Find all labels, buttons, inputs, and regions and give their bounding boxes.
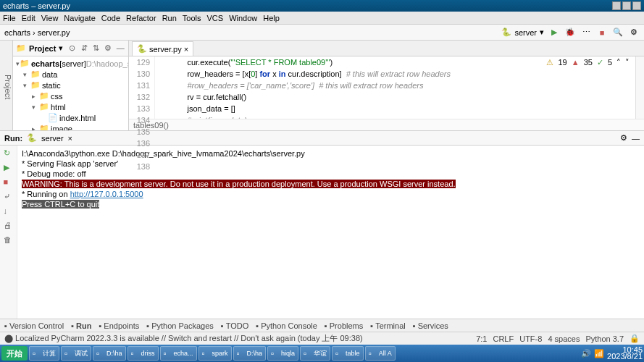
tree-item[interactable]: ▸📁css — [13, 90, 128, 101]
code-editor[interactable]: 129130131132133134135136137138 cur.execu… — [129, 56, 644, 119]
menu-run[interactable]: Run — [162, 14, 177, 22]
run-button[interactable]: ▶ — [548, 27, 560, 38]
menu-window[interactable]: Window — [229, 14, 257, 22]
taskbar-item[interactable]: ▫D:\ha — [93, 346, 126, 361]
menu-help[interactable]: Help — [263, 14, 280, 22]
error-stripe[interactable] — [635, 56, 644, 119]
tool-tab-python-console[interactable]: ▪Python Console — [256, 321, 317, 330]
inspection-widget[interactable]: ⚠19 ▲35 ✓5 ˄ ˅ — [546, 58, 630, 67]
tool-tab-todo[interactable]: ▪TODO — [221, 321, 248, 330]
stop-button[interactable]: ■ — [596, 27, 608, 38]
taskbar-item[interactable]: ▫D:\ha — [233, 346, 267, 361]
project-tree-panel: 📁 Project ▾ ⊙ ⇵ ⇅ ⚙ — ▾📁echarts [server]… — [13, 41, 129, 130]
breadcrumb-file[interactable]: server.py — [38, 28, 70, 37]
console-output[interactable]: I:\Anaconda3\python.exe D:\hadoop_spark_… — [17, 146, 644, 319]
tree-item[interactable]: 📄index.html — [13, 112, 128, 123]
editor-breadcrumb[interactable]: tables09() — [129, 119, 644, 130]
project-tree[interactable]: ▾📁echarts [server] D:\hadoop_spark_hive▾… — [13, 56, 128, 130]
menu-view[interactable]: View — [41, 14, 59, 22]
menu-refactor[interactable]: Refactor — [126, 14, 156, 22]
indent-info[interactable]: 4 spaces — [548, 334, 580, 343]
left-tool-stripe[interactable]: Project — [0, 41, 13, 130]
line-separator[interactable]: CRLF — [493, 334, 514, 343]
close-button[interactable] — [632, 1, 641, 10]
breadcrumb[interactable]: echarts › server.py — [4, 28, 70, 37]
tool-tab-services[interactable]: ▪Services — [413, 321, 448, 330]
console-line: Press CTRL+C to quit — [22, 199, 640, 209]
tool-tab-endpoints[interactable]: ▪Endpoints — [99, 321, 139, 330]
lock-icon[interactable]: 🔒 — [630, 334, 640, 343]
status-message[interactable]: ⬤ Localized PyCharm 2022.3.3 is availabl… — [4, 333, 363, 344]
start-button[interactable]: 开始 — [1, 346, 28, 361]
server-url-link[interactable]: http://127.0.0.1:5000 — [70, 190, 143, 198]
menu-file[interactable]: File — [3, 14, 16, 22]
hide-button[interactable]: — — [117, 43, 125, 54]
tree-item[interactable]: ▾📁data — [13, 69, 128, 80]
console-line: * Debug mode: off — [22, 169, 640, 179]
tree-item[interactable]: ▾📁static — [13, 80, 128, 90]
tray-icon[interactable]: 📶 — [594, 349, 604, 358]
caret-position[interactable]: 7:1 — [476, 334, 487, 343]
chevron-up-icon[interactable]: ˄ — [616, 58, 621, 67]
run-config-selector[interactable]: 🐍 server ▾ — [501, 28, 544, 37]
taskbar-item[interactable]: ▫driss — [127, 346, 159, 361]
taskbar-item[interactable]: ▫hiqla — [267, 346, 298, 361]
project-tool-button[interactable]: Project — [4, 75, 12, 99]
taskbar-item[interactable]: ▫table — [332, 346, 364, 361]
tool-tab-run[interactable]: ▪Run — [71, 321, 91, 330]
print-button[interactable]: 🖨 — [4, 221, 14, 231]
menu-code[interactable]: Code — [101, 14, 120, 22]
menu-vcs[interactable]: VCS — [207, 14, 224, 22]
folder-icon: 📁 — [16, 43, 26, 53]
run-config-name: server — [514, 28, 537, 37]
interpreter-info[interactable]: Python 3.7 — [585, 334, 624, 343]
settings-button[interactable]: ⚙ — [628, 27, 640, 38]
hide-button[interactable]: — — [632, 134, 640, 143]
menu-navigate[interactable]: Navigate — [64, 14, 95, 22]
tray-icon[interactable]: 🔊 — [581, 349, 591, 358]
editor-tab-server[interactable]: 🐍 server.py × — [132, 41, 193, 56]
settings-icon[interactable]: ⚙ — [620, 133, 627, 143]
expand-all-button[interactable]: ⇵ — [81, 43, 90, 54]
breadcrumb-root[interactable]: echarts — [4, 28, 30, 37]
tree-root[interactable]: ▾📁echarts [server] D:\hadoop_spark_hive — [13, 58, 128, 69]
tool-tab-version-control[interactable]: ▪Version Control — [4, 321, 64, 330]
select-opened-file-button[interactable]: ⊙ — [69, 43, 78, 54]
soft-wrap-button[interactable]: ⤶ — [4, 192, 14, 202]
stop-button[interactable]: ■ — [4, 177, 14, 188]
taskbar-item[interactable]: ▫echa... — [160, 346, 197, 361]
run-button[interactable]: ▶ — [4, 163, 14, 173]
file-encoding[interactable]: UTF-8 — [519, 334, 542, 343]
collapse-all-button[interactable]: ⇅ — [93, 43, 101, 54]
taskbar-item[interactable]: ▫All A — [365, 346, 396, 361]
close-icon[interactable]: × — [184, 45, 188, 54]
taskbar-clock[interactable]: 10:45 2023/8/21 — [607, 347, 643, 360]
taskbar-item[interactable]: ▫spark — [198, 346, 232, 361]
menu-tools[interactable]: Tools — [183, 14, 201, 22]
rerun-button[interactable]: ↻ — [4, 148, 14, 159]
editor-tabs: 🐍 server.py × — [129, 41, 644, 56]
taskbar-item[interactable]: ▫计算 — [29, 346, 59, 361]
taskbar-item[interactable]: ▫调试 — [61, 346, 91, 361]
tool-tab-problems[interactable]: ▪Problems — [325, 321, 363, 330]
tree-item[interactable]: ▾📁html — [13, 101, 128, 112]
typo-icon: ✓ — [597, 58, 603, 67]
scroll-to-end-button[interactable]: ↓ — [4, 206, 14, 216]
search-everywhere-button[interactable]: 🔍 — [612, 27, 624, 38]
menu-edit[interactable]: Edit — [22, 14, 35, 22]
settings-icon[interactable]: ⚙ — [104, 43, 113, 54]
clear-button[interactable]: 🗑 — [4, 235, 14, 245]
debug-button[interactable]: 🐞 — [564, 27, 576, 38]
maximize-button[interactable] — [622, 1, 631, 10]
system-tray[interactable]: 🔊 📶 10:45 2023/8/21 — [581, 347, 643, 360]
minimize-button[interactable] — [612, 1, 621, 10]
tree-item[interactable]: ▸📁image — [13, 123, 128, 130]
tool-tab-python-packages[interactable]: ▪Python Packages — [146, 321, 214, 330]
project-view-selector[interactable]: Project — [29, 44, 56, 53]
tool-tab-terminal[interactable]: ▪Terminal — [370, 321, 405, 330]
chevron-down-icon[interactable]: ˅ — [625, 58, 630, 67]
more-run-button[interactable]: ⋯ — [580, 27, 592, 38]
taskbar-item[interactable]: ▫华谊 — [300, 346, 330, 361]
close-icon[interactable]: × — [68, 134, 72, 143]
console-line: I:\Anaconda3\python.exe D:\hadoop_spark_… — [22, 148, 640, 159]
